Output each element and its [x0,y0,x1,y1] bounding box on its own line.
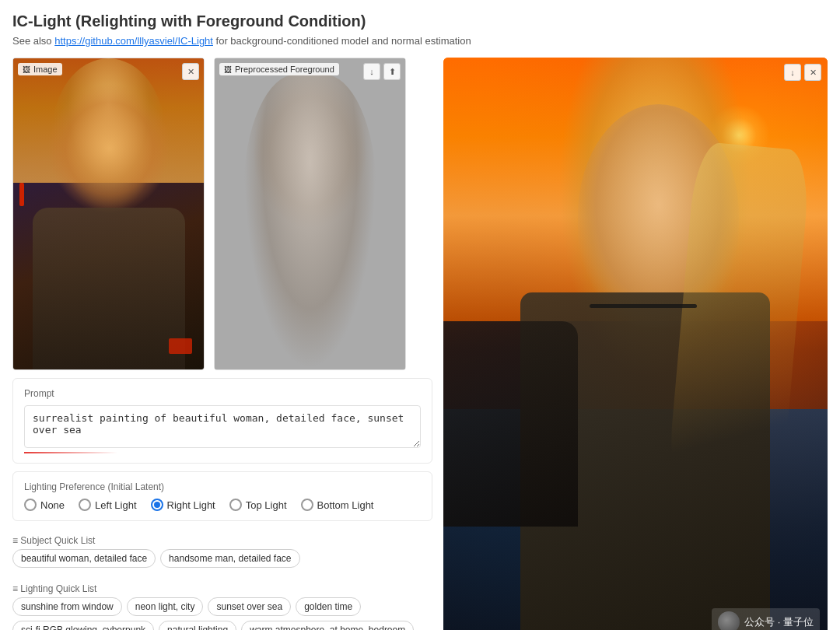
main-image-close-button[interactable]: ✕ [182,63,199,80]
subject-tags-row: beautiful woman, detailed face handsome … [12,549,432,568]
preprocessed-image-actions: ↓ ⬆ [363,63,401,80]
tag-scifi[interactable]: sci-fi RGB glowing, cyberpunk [12,621,154,630]
radio-top-light-circle [229,499,242,511]
prompt-label: Prompt [24,388,421,399]
radio-left-light[interactable]: Left Light [79,499,137,511]
prompt-underline [24,452,117,453]
radio-none[interactable]: None [24,499,65,511]
main-image-container: 🖼 Image ✕ [12,58,205,370]
tag-sunshine[interactable]: sunshine from window [12,597,122,616]
lighting-quick-label: ≡ Lighting Quick List [12,583,432,594]
preprocessed-image [215,58,405,369]
radio-top-light[interactable]: Top Light [229,499,287,511]
tag-sunset[interactable]: sunset over sea [208,597,291,616]
radio-bottom-light-circle [301,499,313,511]
subject-quick-section: ≡ Subject Quick List beautiful woman, de… [12,532,432,572]
subject-tag-woman[interactable]: beautiful woman, detailed face [12,549,156,568]
main-image-label: 🖼 Image [18,63,62,75]
right-panel: ↓ ✕ [443,58,828,630]
github-link[interactable]: https://github.com/lllyasviel/IC-Light [54,35,213,47]
radio-left-light-circle [79,499,91,511]
lighting-tags-row1: sunshine from window neon light, city su… [12,597,432,616]
tag-warm[interactable]: warm atmosphere, at home, bedroom [241,621,414,630]
radio-none-circle [24,499,37,511]
lighting-section: Lighting Preference (Initial Latent) Non… [12,471,432,521]
tag-golden[interactable]: golden time [296,597,361,616]
right-image-actions: ↓ ✕ [784,64,821,81]
radio-bottom-light[interactable]: Bottom Light [301,499,374,511]
prompt-section: Prompt surrealist painting of beautiful … [12,378,432,464]
left-panel: 🖼 Image ✕ [12,58,432,630]
watermark: 公众号 · 量子位 [712,608,820,630]
prompt-textarea[interactable]: surrealist painting of beautiful woman, … [24,405,421,448]
preprocessed-share-button[interactable]: ⬆ [383,63,401,80]
subject-quick-label: ≡ Subject Quick List [12,535,432,546]
main-image [13,58,204,369]
output-image: 公众号 · 量子位 [443,58,828,630]
lighting-tags-row2: sci-fi RGB glowing, cyberpunk natural li… [12,621,432,630]
watermark-text: 公众号 · 量子位 [744,615,814,629]
see-also: See also https://github.com/lllyasviel/I… [12,35,828,47]
image-row: 🖼 Image ✕ [12,58,432,370]
preprocessed-image-container: 🖼 Preprocessed Foreground ↓ ⬆ [214,58,406,370]
watermark-avatar [718,611,740,630]
radio-right-light[interactable]: Right Light [151,499,215,511]
right-download-button[interactable]: ↓ [784,64,801,81]
tag-neon[interactable]: neon light, city [127,597,204,616]
page-title: IC-Light (Relighting with Foreground Con… [12,12,828,30]
preprocessed-download-button[interactable]: ↓ [363,63,380,80]
preprocessed-image-label: 🖼 Preprocessed Foreground [219,63,339,75]
main-image-actions: ✕ [182,63,199,80]
tag-natural[interactable]: natural lighting [159,621,236,630]
lighting-label: Lighting Preference (Initial Latent) [24,481,421,492]
radio-right-light-circle [151,499,163,511]
lighting-radio-group: None Left Light Right Light Top Light [24,499,421,511]
right-close-button[interactable]: ✕ [804,64,821,81]
lighting-quick-section: ≡ Lighting Quick List sunshine from wind… [12,583,432,630]
subject-tag-man[interactable]: handsome man, detailed face [160,549,299,568]
